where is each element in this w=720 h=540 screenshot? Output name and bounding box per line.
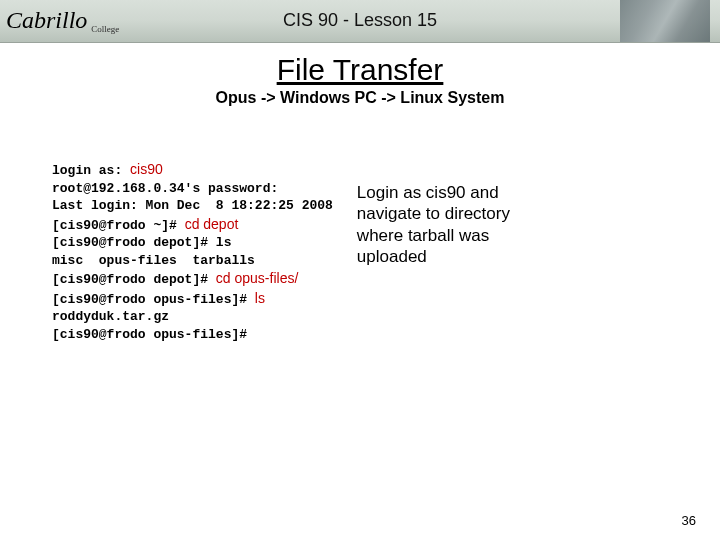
side-caption: Login as cis90 and navigate to directory… bbox=[357, 182, 557, 343]
lesson-title: CIS 90 - Lesson 15 bbox=[0, 10, 720, 31]
header-photo bbox=[620, 0, 710, 42]
term-line-5: [cis90@frodo depot]# ls bbox=[52, 235, 231, 250]
term-line-1a: login as: bbox=[52, 163, 130, 178]
terminal-block: login as: cis90 root@192.168.0.34's pass… bbox=[52, 160, 333, 343]
page-title: File Transfer bbox=[0, 53, 720, 87]
page-subtitle: Opus -> Windows PC -> Linux System bbox=[0, 89, 720, 107]
term-line-8a: [cis90@frodo opus-files]# bbox=[52, 292, 255, 307]
term-line-4a: [cis90@frodo ~]# bbox=[52, 218, 185, 233]
term-line-6: misc opus-files tarballs bbox=[52, 253, 255, 268]
term-line-2: root@192.168.0.34's password: bbox=[52, 181, 278, 196]
term-cmd-4: cd depot bbox=[185, 216, 239, 232]
term-line-3: Last login: Mon Dec 8 18:22:25 2008 bbox=[52, 198, 333, 213]
term-line-9: roddyduk.tar.gz bbox=[52, 309, 169, 324]
term-cmd-7: cd opus-files/ bbox=[216, 270, 298, 286]
header-bar: Cabrillo College CIS 90 - Lesson 15 bbox=[0, 0, 720, 43]
term-line-10: [cis90@frodo opus-files]# bbox=[52, 327, 247, 342]
term-cmd-8: ls bbox=[255, 290, 265, 306]
page-number: 36 bbox=[682, 513, 696, 528]
term-cmd-1: cis90 bbox=[130, 161, 163, 177]
term-line-7a: [cis90@frodo depot]# bbox=[52, 272, 216, 287]
body-area: login as: cis90 root@192.168.0.34's pass… bbox=[0, 160, 720, 343]
